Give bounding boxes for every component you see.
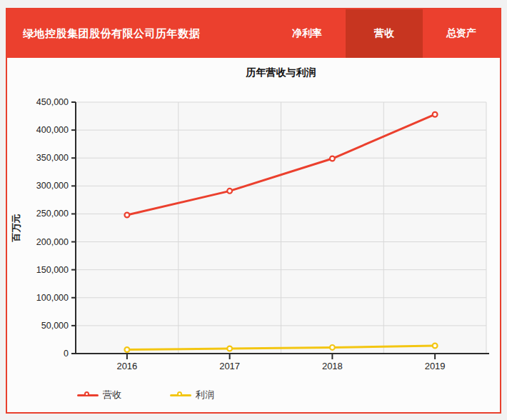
header-bar: 绿地控股集团股份有限公司历年数据 净利率 营收 总资产 bbox=[7, 9, 500, 58]
tab-bar: 净利率 营收 总资产 bbox=[268, 9, 500, 58]
tab-net-margin[interactable]: 净利率 bbox=[268, 9, 346, 58]
legend-line-icon bbox=[170, 394, 191, 396]
legend-label: 利润 bbox=[196, 389, 214, 401]
legend-item-profit[interactable]: 利润 bbox=[170, 389, 214, 401]
legend-marker-icon bbox=[177, 391, 182, 396]
chart-legend: 营收 利润 bbox=[7, 389, 500, 403]
legend-label: 营收 bbox=[103, 389, 121, 401]
legend-item-revenue[interactable]: 营收 bbox=[77, 389, 121, 401]
chart-title: 历年营收与利润 bbox=[76, 66, 486, 79]
legend-line-icon bbox=[77, 394, 99, 396]
content-card: 绿地控股集团股份有限公司历年数据 净利率 营收 总资产 历年营收与利润 营收 利… bbox=[6, 8, 501, 414]
tab-revenue[interactable]: 营收 bbox=[346, 9, 423, 58]
legend-marker-icon bbox=[84, 391, 89, 396]
tab-total-assets[interactable]: 总资产 bbox=[423, 9, 500, 58]
page-title: 绿地控股集团股份有限公司历年数据 bbox=[7, 9, 268, 58]
